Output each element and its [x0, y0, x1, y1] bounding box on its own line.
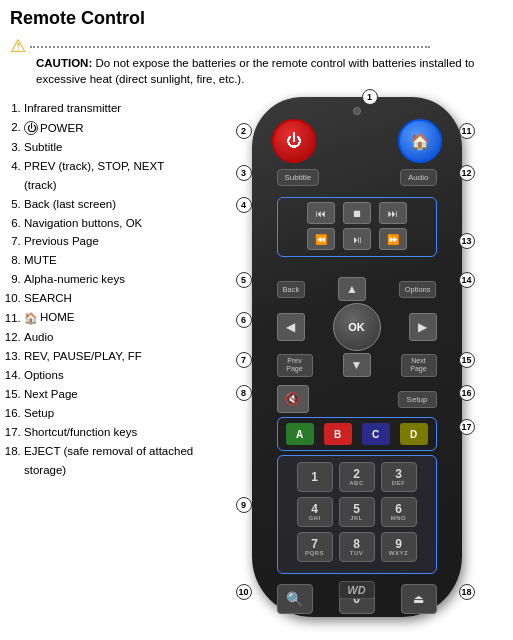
callout-11: 11: [459, 123, 475, 139]
caution-text: CAUTION: Do not expose the batteries or …: [36, 57, 475, 85]
label-item-12: Audio: [24, 328, 196, 347]
eject-button[interactable]: ⏏: [401, 584, 437, 614]
label-item-10: SEARCH: [24, 289, 196, 308]
nav-group: Back ▲ Options ◀ OK ▶ PrevPage ▼ NextP: [277, 277, 437, 377]
label-item-5: Back (last screen): [24, 195, 196, 214]
track-row-1: ⏮ ⏹ ⏭: [282, 202, 432, 224]
label-item-6: Navigation buttons, OK: [24, 214, 196, 233]
home-icon-inline: 🏠: [24, 309, 38, 327]
shortcut-keys-group: A B C D: [277, 417, 437, 451]
rev-button[interactable]: ⏪: [307, 228, 335, 250]
main-content: Infrared transmitter ⏻ POWER Subtitle PR…: [0, 93, 513, 637]
label-item-3: Subtitle: [24, 138, 196, 157]
label-item-8: MUTE: [24, 251, 196, 270]
numpad-row-1: 1 2ABC 3DEF: [284, 462, 430, 492]
label-item-13: REV, PAUSE/PLAY, FF: [24, 347, 196, 366]
callout-4: 4: [236, 197, 252, 213]
label-item-2: ⏻ POWER: [24, 118, 196, 137]
shortcut-d-button[interactable]: D: [400, 423, 428, 445]
shortcut-a-button[interactable]: A: [286, 423, 314, 445]
next-track-button[interactable]: ⏭: [379, 202, 407, 224]
numpad-row-2: 4GHI 5JKL 6MNO: [284, 497, 430, 527]
shortcut-c-button[interactable]: C: [362, 423, 390, 445]
numpad-row-3: 7PQRS 8TUV 9WXYZ: [284, 532, 430, 562]
key-5[interactable]: 5JKL: [339, 497, 375, 527]
search-button[interactable]: 🔍: [277, 584, 313, 614]
label-item-18: EJECT (safe removal of attached storage): [24, 442, 196, 480]
key-7[interactable]: 7PQRS: [297, 532, 333, 562]
page-title: Remote Control: [0, 0, 513, 33]
down-button[interactable]: ▼: [343, 353, 371, 377]
ir-transmitter: [353, 107, 361, 115]
ff-button[interactable]: ⏩: [379, 228, 407, 250]
remote-body: ⏻ 🏠 Subtitle Audio ⏮ ⏹ ⏭ ⏪: [252, 97, 462, 617]
callout-18: 18: [459, 584, 475, 600]
callout-8: 8: [236, 385, 252, 401]
labels-list: Infrared transmitter ⏻ POWER Subtitle PR…: [6, 99, 196, 479]
key-3[interactable]: 3DEF: [381, 462, 417, 492]
audio-button[interactable]: Audio: [400, 169, 436, 186]
track-controls-group: ⏮ ⏹ ⏭ ⏪ ⏯ ⏩: [277, 197, 437, 257]
callout-17: 17: [459, 419, 475, 435]
label-item-17: Shortcut/function keys: [24, 423, 196, 442]
key-4[interactable]: 4GHI: [297, 497, 333, 527]
pause-play-button[interactable]: ⏯: [343, 228, 371, 250]
key-9[interactable]: 9WXYZ: [381, 532, 417, 562]
callout-12: 12: [459, 165, 475, 181]
callout-1: 1: [362, 89, 378, 105]
right-button[interactable]: ▶: [409, 313, 437, 341]
labels-column: Infrared transmitter ⏻ POWER Subtitle PR…: [6, 95, 196, 637]
mute-setup-row: 🔇 Setup: [277, 385, 437, 413]
callout-16: 16: [459, 385, 475, 401]
remote-wrapper: ⏻ 🏠 Subtitle Audio ⏮ ⏹ ⏭ ⏪: [222, 97, 482, 637]
ok-button[interactable]: OK: [333, 303, 381, 351]
home-button[interactable]: 🏠: [398, 119, 442, 163]
prev-track-button[interactable]: ⏮: [307, 202, 335, 224]
label-item-1: Infrared transmitter: [24, 99, 196, 118]
callout-7: 7: [236, 352, 252, 368]
top-buttons-area: ⏻ 🏠: [272, 119, 442, 163]
stop-button[interactable]: ⏹: [343, 202, 371, 224]
callout-5: 5: [236, 272, 252, 288]
caution-icon: ⚠: [10, 37, 26, 55]
callout-3: 3: [236, 165, 252, 181]
shortcut-b-button[interactable]: B: [324, 423, 352, 445]
label-item-15: Next Page: [24, 385, 196, 404]
nav-options-row: PrevPage ▼ NextPage: [277, 353, 437, 377]
numpad-group: 1 2ABC 3DEF 4GHI 5JKL 6MNO 7PQRS 8TUV 9W…: [277, 455, 437, 574]
caution-section: ⚠ CAUTION: Do not expose the batteries o…: [0, 33, 513, 93]
label-item-9: Alpha-numeric keys: [24, 270, 196, 289]
callout-6: 6: [236, 312, 252, 328]
remote-column: ⏻ 🏠 Subtitle Audio ⏮ ⏹ ⏭ ⏪: [196, 95, 507, 637]
power-button[interactable]: ⏻: [272, 119, 316, 163]
options-button[interactable]: Options: [399, 281, 437, 298]
wd-logo: WD: [338, 581, 374, 599]
setup-button[interactable]: Setup: [398, 391, 437, 408]
callout-2: 2: [236, 123, 252, 139]
key-2[interactable]: 2ABC: [339, 462, 375, 492]
left-button[interactable]: ◀: [277, 313, 305, 341]
label-item-16: Setup: [24, 404, 196, 423]
prev-page-button[interactable]: PrevPage: [277, 354, 313, 377]
subtitle-button[interactable]: Subtitle: [277, 169, 320, 186]
back-button[interactable]: Back: [277, 281, 306, 298]
label-power-text: POWER: [40, 119, 83, 138]
nav-middle-row: ◀ OK ▶: [277, 303, 437, 351]
nav-top-row: Back ▲ Options: [277, 277, 437, 301]
power-symbol-inline: ⏻: [24, 121, 38, 135]
key-1[interactable]: 1: [297, 462, 333, 492]
callout-10: 10: [236, 584, 252, 600]
label-item-7: Previous Page: [24, 232, 196, 251]
callout-14: 14: [459, 272, 475, 288]
label-item-4: PREV (track), STOP, NEXT (track): [24, 157, 196, 195]
callout-15: 15: [459, 352, 475, 368]
callout-13: 13: [459, 233, 475, 249]
subtitle-audio-row: Subtitle Audio: [277, 169, 437, 186]
callout-9: 9: [236, 497, 252, 513]
key-8[interactable]: 8TUV: [339, 532, 375, 562]
up-button[interactable]: ▲: [338, 277, 366, 301]
key-6[interactable]: 6MNO: [381, 497, 417, 527]
mute-button[interactable]: 🔇: [277, 385, 309, 413]
next-page-button[interactable]: NextPage: [401, 354, 437, 377]
label-item-14: Options: [24, 366, 196, 385]
